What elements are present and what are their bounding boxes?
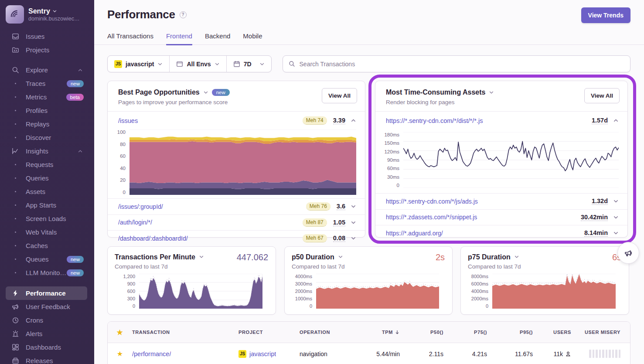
asset-link[interactable]: https://*.sentry-cdn.com/*/js/ads.js	[386, 198, 592, 205]
page-link[interactable]: /issues	[118, 117, 303, 124]
sidebar-item-traces[interactable]: Tracesnew	[6, 77, 87, 90]
sidebar-item-issues[interactable]: Issues	[6, 30, 87, 43]
search-input[interactable]	[300, 61, 624, 68]
column-tpm[interactable]: TPM	[350, 330, 400, 335]
sidebar-item-explore[interactable]: Explore	[6, 63, 87, 77]
chevron-down-icon[interactable]	[489, 90, 494, 95]
sidebar-item-label: Performance	[26, 289, 66, 297]
chevron-down-icon[interactable]	[613, 230, 619, 236]
sidebar-item-performance[interactable]: Performance	[6, 286, 87, 300]
sidebar: Sentry dominik.buszowiec… IssuesProjects…	[0, 0, 94, 364]
sidebar-item-queues[interactable]: Queuesnew	[6, 252, 87, 266]
card-title: Most Time-Consuming Assets	[386, 88, 485, 96]
bullet-icon	[11, 245, 20, 246]
view-trends-button[interactable]: View Trends	[581, 7, 630, 23]
date-range-filter[interactable]: 7D	[226, 56, 271, 72]
page-link[interactable]: /dashboard/:dashboardId/	[118, 235, 303, 242]
sidebar-item-requests[interactable]: Requests	[6, 158, 87, 171]
feedback-button[interactable]	[617, 242, 639, 264]
project-filter[interactable]: JS javascript	[108, 56, 169, 72]
column-users[interactable]: USERS	[533, 330, 571, 335]
sidebar-item-profiles[interactable]: Profiles	[6, 104, 87, 117]
sidebar-item-dashboards[interactable]: Dashboards	[6, 340, 87, 354]
search-icon	[11, 66, 20, 74]
chevron-down-icon[interactable]	[514, 253, 519, 261]
sidebar-item-caches[interactable]: Caches	[6, 239, 87, 252]
sidebar-item-label: Web Vitals	[26, 228, 57, 236]
sidebar-item-user-feedback[interactable]: User Feedback	[6, 300, 87, 313]
column-p95[interactable]: P95()	[487, 330, 533, 335]
column-p50[interactable]: P50()	[400, 330, 443, 335]
sidebar-item-label: Assets	[26, 188, 45, 195]
page-opportunity-row: /dashboard/:dashboardId/Meh 670.08	[108, 230, 365, 246]
sidebar-item-releases[interactable]: Releases	[6, 354, 87, 364]
chevron-up-icon[interactable]	[78, 149, 83, 154]
chevron-down-icon[interactable]	[351, 235, 356, 241]
page-opportunity-row: /auth/login/*/Meh 871.05	[108, 214, 365, 231]
environment-filter[interactable]: All Envs	[169, 56, 226, 72]
asset-link[interactable]: https://*.zdassets.com/*/snippet.js	[386, 214, 581, 221]
sidebar-item-screen-loads[interactable]: Screen Loads	[6, 212, 87, 225]
opportunity-value: 3.6	[337, 203, 345, 210]
help-icon[interactable]: ?	[180, 11, 187, 18]
sidebar-item-projects[interactable]: Projects	[6, 43, 87, 57]
sidebar-item-label: User Feedback	[26, 303, 70, 310]
tab-mobile[interactable]: Mobile	[243, 32, 262, 44]
view-all-button[interactable]: View All	[322, 88, 357, 103]
sidebar-item-replays[interactable]: Replays	[6, 117, 87, 131]
sidebar-item-assets[interactable]: Assets	[6, 185, 87, 198]
sidebar-item-insights[interactable]: Insights	[6, 144, 87, 158]
chevron-down-icon[interactable]	[613, 198, 619, 204]
bullet-icon	[11, 204, 20, 206]
column-operation[interactable]: OPERATION	[300, 330, 350, 335]
transaction-link[interactable]: /performance/	[132, 350, 171, 357]
search-icon	[289, 61, 295, 67]
column-transaction[interactable]: TRANSACTION	[132, 330, 239, 335]
star-icon[interactable]: ★	[117, 350, 123, 358]
column-project[interactable]: PROJECT	[239, 330, 300, 335]
sidebar-item-label: App Starts	[26, 201, 56, 209]
sidebar-item-label: Explore	[26, 66, 48, 74]
star-icon[interactable]: ★	[117, 328, 123, 337]
asset-total-time: 1.57d	[592, 117, 608, 124]
sidebar-item-web-vitals[interactable]: Web Vitals	[6, 225, 87, 239]
project-link[interactable]: javascript	[249, 350, 276, 357]
tab-all-transactions[interactable]: All Transactions	[107, 32, 153, 44]
sidebar-item-app-starts[interactable]: App Starts	[6, 198, 87, 212]
bullet-icon	[11, 218, 20, 219]
sidebar-item-queries[interactable]: Queries	[6, 171, 87, 185]
new-badge: new	[67, 269, 84, 276]
y-axis-labels: 4000ms3000ms2000ms1000ms0	[293, 274, 316, 309]
chevron-down-icon[interactable]	[338, 253, 343, 261]
view-all-button[interactable]: View All	[584, 88, 620, 103]
sidebar-item-discover[interactable]: Discover	[6, 131, 87, 144]
tpm-cell: 5.44/min	[350, 350, 400, 357]
environment-filter-label: All Envs	[187, 61, 211, 68]
chevron-down-icon	[52, 7, 57, 15]
page-link[interactable]: /auth/login/*/	[118, 219, 303, 226]
org-switcher[interactable]: Sentry dominik.buszowiec…	[0, 0, 94, 27]
tab-frontend[interactable]: Frontend	[166, 32, 192, 45]
chevron-down-icon[interactable]	[199, 253, 204, 261]
tab-backend[interactable]: Backend	[205, 32, 230, 44]
column-p75[interactable]: P75()	[443, 330, 487, 335]
sidebar-item-metrics[interactable]: Metricsbeta	[6, 90, 87, 104]
sidebar-item-alerts[interactable]: Alerts	[6, 327, 87, 340]
sidebar-item-label: Releases	[26, 357, 53, 364]
chevron-down-icon[interactable]	[351, 204, 356, 209]
chevron-up-icon[interactable]	[613, 118, 619, 123]
chevron-up-icon[interactable]	[78, 68, 83, 73]
sidebar-item-llm-monitoring[interactable]: LLM Monito…new	[6, 266, 87, 279]
asset-link[interactable]: https://*.adguard.org/	[386, 230, 584, 237]
sidebar-item-label: Caches	[26, 242, 48, 249]
search-transactions[interactable]	[283, 55, 630, 72]
chevron-down-icon[interactable]	[613, 214, 619, 220]
asset-link[interactable]: https://*.sentry-cdn.com/*/dist/*/*.js	[386, 117, 592, 124]
column-user-misery[interactable]: USER MISERY	[571, 330, 630, 335]
sidebar-item-crons[interactable]: Crons	[6, 313, 87, 327]
chevron-down-icon[interactable]	[351, 220, 356, 225]
chevron-down-icon[interactable]	[203, 90, 208, 95]
chevron-up-icon[interactable]	[351, 118, 356, 123]
p50-duration-card: p50 Duration 2s Compared to last 7d 4000…	[284, 246, 453, 315]
page-link[interactable]: /issues/:groupId/	[118, 203, 306, 210]
